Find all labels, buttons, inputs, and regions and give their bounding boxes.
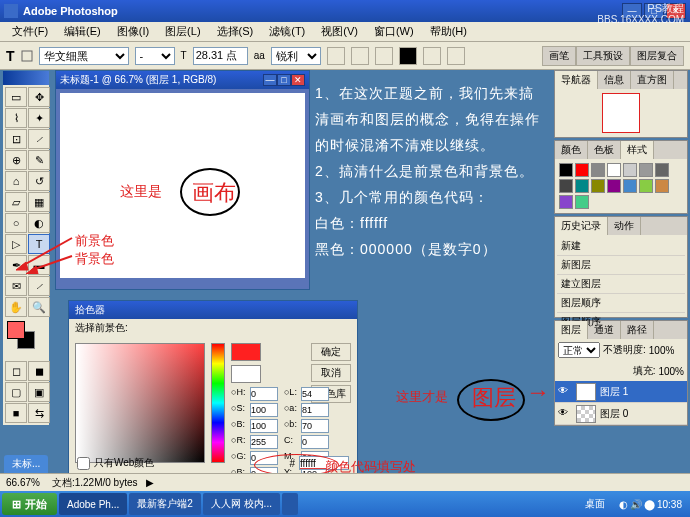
menu-edit[interactable]: 编辑(E) [56,22,109,41]
tab-swatches[interactable]: 色板 [588,141,621,159]
tab-styles[interactable]: 样式 [621,141,654,159]
swatch[interactable] [655,163,669,177]
cp-r[interactable] [250,435,278,449]
tab-info[interactable]: 信息 [598,71,631,89]
layer-thumbnail[interactable] [576,405,596,423]
swatch[interactable] [607,163,621,177]
cp-cancel-button[interactable]: 取消 [311,364,351,382]
preset-comp[interactable]: 图层复合 [630,46,684,66]
nav-thumbnail[interactable] [602,93,640,133]
doc-tab[interactable]: 未标... [4,455,48,473]
crop-tool[interactable]: ⊡ [5,129,27,149]
history-item[interactable]: 新图层 [557,256,685,275]
history-item[interactable]: 新建 [557,237,685,256]
hand-tool[interactable]: ✋ [5,297,27,317]
screen-standard[interactable]: ▢ [5,382,27,402]
cp-webonly-check[interactable] [77,457,90,470]
cp-bb[interactable] [301,419,329,433]
menu-image[interactable]: 图像(I) [109,22,157,41]
cp-hue-slider[interactable] [211,343,225,463]
menu-file[interactable]: 文件(F) [4,22,56,41]
swatch[interactable] [607,179,621,193]
blend-mode-select[interactable]: 正常 [558,342,600,358]
tray-icon[interactable]: 🔊 [630,499,642,510]
zoom-tool[interactable]: 🔍 [28,297,50,317]
menu-window[interactable]: 窗口(W) [366,22,422,41]
swatch[interactable] [559,195,573,209]
lasso-tool[interactable]: ⌇ [5,108,27,128]
cp-h[interactable] [250,387,278,401]
swatch[interactable] [655,179,669,193]
swatch[interactable] [623,163,637,177]
marquee-tool[interactable]: ▭ [5,87,27,107]
heal-tool[interactable]: ⊕ [5,150,27,170]
doc-maximize[interactable]: □ [277,74,291,86]
swatch[interactable] [591,179,605,193]
cp-color-field[interactable] [75,343,205,463]
tab-actions[interactable]: 动作 [608,217,641,235]
swatch[interactable] [639,179,653,193]
menu-filter[interactable]: 滤镜(T) [261,22,313,41]
task-renren[interactable]: 人人网 校内... [203,493,280,515]
visibility-icon[interactable]: 👁 [558,407,572,421]
align-left-button[interactable] [327,47,345,65]
swatch[interactable] [575,195,589,209]
cp-l[interactable] [301,387,329,401]
swatch[interactable] [575,179,589,193]
font-family-select[interactable]: 华文细黑 [39,47,129,65]
tray-icon[interactable]: ⬤ [644,499,655,510]
start-button[interactable]: ⊞ 开始 [2,493,57,515]
cp-b[interactable] [250,419,278,433]
text-color-button[interactable] [399,47,417,65]
history-item[interactable]: 建立图层 [557,275,685,294]
tab-history[interactable]: 历史记录 [555,217,608,235]
char-panel-button[interactable] [447,47,465,65]
brush-tool[interactable]: ✎ [28,150,50,170]
menu-view[interactable]: 视图(V) [313,22,366,41]
eyedropper-tool[interactable]: ⟋ [28,276,50,296]
swatch[interactable] [559,163,573,177]
screen-full-menu[interactable]: ▣ [28,382,50,402]
cp-c[interactable] [301,435,329,449]
preset-tool[interactable]: 工具预设 [576,46,630,66]
stamp-tool[interactable]: ⌂ [5,171,27,191]
menu-layer[interactable]: 图层(L) [157,22,208,41]
swatch[interactable] [575,163,589,177]
tab-color[interactable]: 颜色 [555,141,588,159]
orient-icon[interactable] [21,50,33,62]
task-client[interactable]: 最新客户端2 [129,493,201,515]
doc-close[interactable]: ✕ [291,74,305,86]
tab-channels[interactable]: 通道 [588,321,621,339]
mask-mode-quick[interactable]: ◼ [28,361,50,381]
menu-select[interactable]: 选择(S) [209,22,262,41]
preset-brush[interactable]: 画笔 [542,46,576,66]
visibility-icon[interactable]: 👁 [558,385,572,399]
task-photoshop[interactable]: Adobe Ph... [59,493,127,515]
tray-icon[interactable]: ◐ [619,499,628,510]
tab-navigator[interactable]: 导航器 [555,71,598,89]
swatch[interactable] [623,179,637,193]
move-tool[interactable]: ✥ [28,87,50,107]
align-right-button[interactable] [375,47,393,65]
warp-text-button[interactable] [423,47,441,65]
task-unknown[interactable] [282,493,298,515]
tab-histogram[interactable]: 直方图 [631,71,674,89]
history-item[interactable]: 图层顺序 [557,294,685,313]
eraser-tool[interactable]: ▱ [5,192,27,212]
tab-layers[interactable]: 图层 [555,321,588,339]
layer-thumbnail[interactable] [576,383,596,401]
history-brush-tool[interactable]: ↺ [28,171,50,191]
swatch[interactable] [639,163,653,177]
cp-a[interactable] [301,403,329,417]
mask-mode-standard[interactable]: ◻ [5,361,27,381]
swatch[interactable] [591,163,605,177]
foreground-color[interactable] [7,321,25,339]
screen-full[interactable]: ■ [5,403,27,423]
layer-row[interactable]: 👁图层 0 [555,403,687,425]
cp-ok-button[interactable]: 确定 [311,343,351,361]
aa-select[interactable]: 锐利 [271,47,321,65]
cp-s[interactable] [250,403,278,417]
slice-tool[interactable]: ⟋ [28,129,50,149]
task-desktop[interactable]: 桌面 [577,493,613,515]
imageready-button[interactable]: ⇆ [28,403,50,423]
